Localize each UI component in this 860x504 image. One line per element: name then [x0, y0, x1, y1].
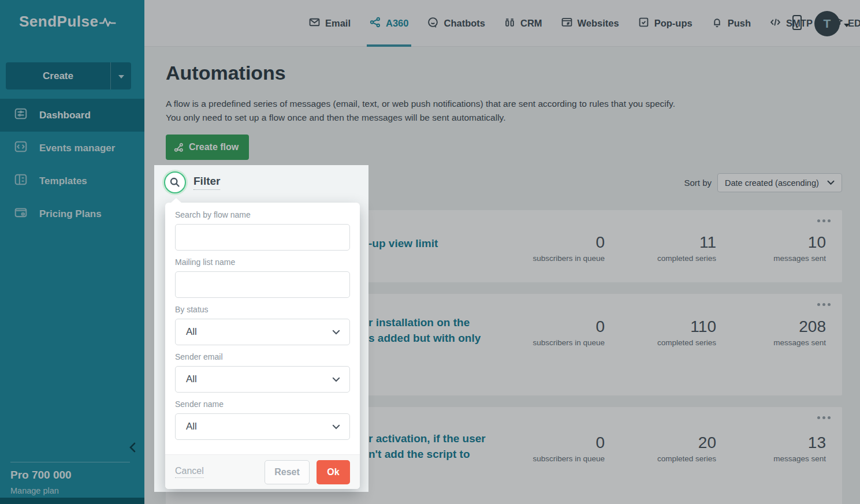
- popover-arrow: [171, 198, 181, 203]
- app-window: Email A360 Chatbots CRM Websites Pop-ups: [0, 0, 860, 504]
- sender-name-select[interactable]: All: [175, 413, 350, 440]
- modal-dim-overlay[interactable]: [0, 0, 860, 504]
- mailing-list-name-label: Mailing list name: [175, 257, 350, 267]
- chevron-down-icon: [332, 424, 340, 430]
- filter-form: Search by flow name Mailing list name By…: [165, 203, 360, 440]
- sender-email-label: Sender email: [175, 352, 350, 361]
- status-select-value: All: [186, 326, 197, 338]
- search-by-flow-name-input[interactable]: [175, 224, 350, 251]
- filter-label[interactable]: Filter: [193, 175, 220, 190]
- sender-email-select[interactable]: All: [175, 366, 350, 393]
- reset-button[interactable]: Reset: [265, 460, 310, 484]
- chevron-down-icon: [332, 330, 340, 335]
- filter-trigger[interactable]: Filter: [164, 171, 220, 193]
- search-icon[interactable]: [164, 171, 186, 193]
- mailing-list-name-input[interactable]: [175, 271, 350, 298]
- ok-button[interactable]: Ok: [317, 460, 350, 484]
- filter-spotlight: Filter Search by flow name Mailing list …: [154, 165, 368, 492]
- sender-email-select-value: All: [186, 374, 197, 385]
- search-by-flow-name-label: Search by flow name: [175, 210, 350, 219]
- filter-footer: Cancel Reset Ok: [165, 454, 360, 489]
- by-status-label: By status: [175, 305, 350, 314]
- sender-name-select-value: All: [186, 421, 197, 432]
- status-select[interactable]: All: [175, 319, 350, 345]
- chevron-down-icon: [332, 377, 340, 382]
- cancel-link[interactable]: Cancel: [175, 466, 204, 478]
- sender-name-label: Sender name: [175, 400, 350, 409]
- filter-popover: Search by flow name Mailing list name By…: [165, 203, 360, 489]
